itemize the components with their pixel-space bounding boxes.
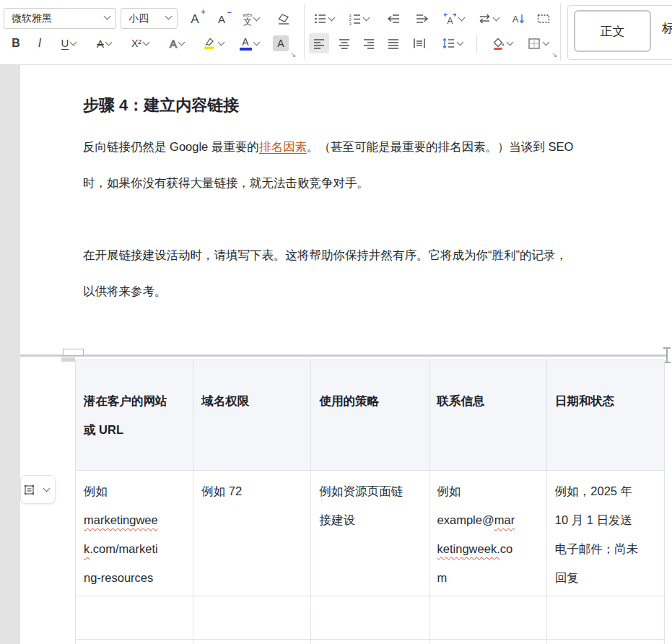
- table-cell[interactable]: 例如example@marketingweek.com: [429, 471, 547, 596]
- bold-button[interactable]: B: [6, 32, 26, 54]
- table-cell[interactable]: [547, 596, 665, 640]
- table-cell[interactable]: 例如 72: [193, 471, 311, 596]
- distribute-button[interactable]: [408, 33, 431, 53]
- borders-icon: [527, 37, 541, 51]
- text-segment: ng-resources: [84, 571, 153, 584]
- clear-format-button[interactable]: [271, 8, 294, 30]
- table-header-cell[interactable]: 使用的策略: [311, 360, 429, 471]
- increase-indent-button[interactable]: [409, 8, 436, 30]
- superscript-button[interactable]: X²: [124, 32, 156, 54]
- chevron-down-icon: [143, 38, 150, 45]
- highlight-color-button[interactable]: [196, 32, 230, 54]
- toolbar-divider: [476, 35, 477, 53]
- italic-button[interactable]: I: [30, 32, 49, 54]
- chevron-down-icon: [253, 38, 260, 45]
- wrap-icon: [478, 12, 492, 25]
- table-cell[interactable]: [429, 596, 547, 640]
- table-header-cell[interactable]: 日期和状态: [547, 360, 665, 471]
- chevron-down-icon: [492, 14, 499, 21]
- text-segment: 时，如果你没有获得大量链接，就无法击败竞争对手。: [83, 176, 369, 189]
- chevron-down-icon: [458, 14, 465, 21]
- phonetic-guide-button[interactable]: wén 文: [235, 8, 267, 30]
- table-options-dropdown[interactable]: [38, 476, 55, 503]
- table-header-cell[interactable]: 域名权限: [193, 360, 311, 471]
- text-segment: example@: [437, 513, 494, 526]
- table-cell[interactable]: 例如，2025 年10 月 1 日发送电子邮件；尚未回复: [547, 471, 665, 596]
- table-cell[interactable]: [76, 596, 193, 640]
- style-item-body-text[interactable]: 正文: [574, 10, 651, 52]
- align-center-button[interactable]: [334, 33, 354, 53]
- sort-button[interactable]: A: [507, 8, 530, 30]
- text-segment: k: [84, 542, 90, 555]
- shrink-font-button[interactable]: A−: [209, 8, 234, 30]
- font-color-icon: A: [240, 37, 252, 51]
- paragraph[interactable]: 反向链接仍然是 Google 最重要的排名因素。（甚至可能是最重要的排名因素。）…: [83, 129, 666, 201]
- style-item-label: 正文: [601, 23, 625, 40]
- table-cell[interactable]: [193, 596, 311, 640]
- page-separator-mark: [63, 349, 84, 356]
- paragraph-frame-button[interactable]: [531, 8, 556, 30]
- text-segment: 潜在客户的网站: [84, 394, 167, 407]
- table-row: [76, 640, 665, 644]
- table-cell[interactable]: [429, 640, 547, 644]
- text-segment: 或 URL: [84, 423, 123, 436]
- justify-button[interactable]: [383, 33, 403, 53]
- character-shading-button[interactable]: A: [270, 32, 292, 54]
- table-header-cell[interactable]: 潜在客户的网站或 URL: [76, 360, 193, 471]
- numbered-list-button[interactable]: 123: [344, 8, 374, 30]
- table-row: 例如marketingweek.com/marketing-resources例…: [76, 471, 665, 596]
- document-heading[interactable]: 步骤 4：建立内容链接: [83, 95, 239, 116]
- line-spacing-button[interactable]: [434, 33, 470, 53]
- text-effects-button[interactable]: A: [160, 32, 193, 54]
- table-cell[interactable]: [547, 640, 665, 644]
- font-size-combobox[interactable]: 小四: [121, 8, 178, 29]
- dialog-launcher-icon[interactable]: ↘: [551, 51, 557, 58]
- text-segment: 例如 72: [201, 484, 242, 497]
- paragraph[interactable]: 在开展链接建设活动时，请填写下表。这将帮助你保持井然有序。它将成为你“胜利”的记…: [83, 237, 666, 309]
- table-cell[interactable]: [311, 640, 429, 644]
- ranking-factors-link[interactable]: 排名因素: [259, 140, 307, 153]
- character-scale-button[interactable]: A: [437, 8, 469, 30]
- text-segment: 。（甚至可能是最重要的排名因素。）当谈到 SEO: [307, 140, 573, 153]
- text-segment: marketingwee: [84, 513, 158, 526]
- align-right-icon: [362, 37, 375, 50]
- clear-format-eraser-icon: [276, 12, 290, 26]
- table-header-cell[interactable]: 联系信息: [429, 360, 547, 471]
- bullet-list-button[interactable]: [309, 8, 339, 30]
- table-header-row: 潜在客户的网站或 URL域名权限使用的策略联系信息日期和状态: [76, 360, 665, 471]
- table-cell[interactable]: 例如marketingweek.com/marketing-resources: [76, 471, 193, 596]
- borders-button[interactable]: [521, 32, 554, 54]
- text-segment: 使用的策略: [319, 394, 379, 407]
- text-segment: 电子邮件；尚未: [555, 542, 639, 555]
- strikethrough-button[interactable]: A: [88, 32, 120, 54]
- align-right-button[interactable]: [359, 33, 379, 53]
- table-cell[interactable]: [311, 596, 429, 640]
- chevron-down-icon: [43, 484, 51, 492]
- underline-button[interactable]: U: [53, 32, 84, 54]
- text-segment: 联系信息: [437, 394, 485, 407]
- style-gallery: 正文 标题 1: [567, 5, 672, 60]
- decrease-indent-button[interactable]: [380, 8, 407, 30]
- increase-indent-icon: [415, 12, 429, 25]
- text-segment: 例如: [437, 484, 461, 497]
- document-page: 步骤 4：建立内容链接 反向链接仍然是 Google 最重要的排名因素。（甚至可…: [20, 65, 672, 644]
- text-segment: 例如，2025 年: [555, 484, 632, 497]
- shrink-font-icon: A−: [218, 14, 225, 25]
- align-left-button[interactable]: [309, 33, 329, 53]
- table-cell[interactable]: [76, 640, 193, 644]
- table-cell[interactable]: [193, 640, 311, 644]
- chevron-down-icon: [328, 14, 336, 21]
- font-color-button[interactable]: A: [232, 32, 266, 54]
- font-size-value: 小四: [128, 12, 149, 25]
- grow-font-button[interactable]: A+: [182, 8, 208, 30]
- chevron-down-icon: [70, 38, 77, 45]
- style-item-heading1[interactable]: 标题 1: [662, 20, 672, 37]
- table-select-button[interactable]: [21, 476, 38, 503]
- font-name-combobox[interactable]: 微软雅黑: [4, 8, 116, 29]
- wrap-button[interactable]: [472, 8, 504, 30]
- table-cell[interactable]: 例如资源页面链接建设: [311, 471, 429, 596]
- italic-icon: I: [38, 38, 41, 49]
- table-select-control[interactable]: [20, 475, 56, 504]
- dialog-launcher-icon[interactable]: ↘: [290, 51, 296, 58]
- shading-button[interactable]: [485, 32, 518, 54]
